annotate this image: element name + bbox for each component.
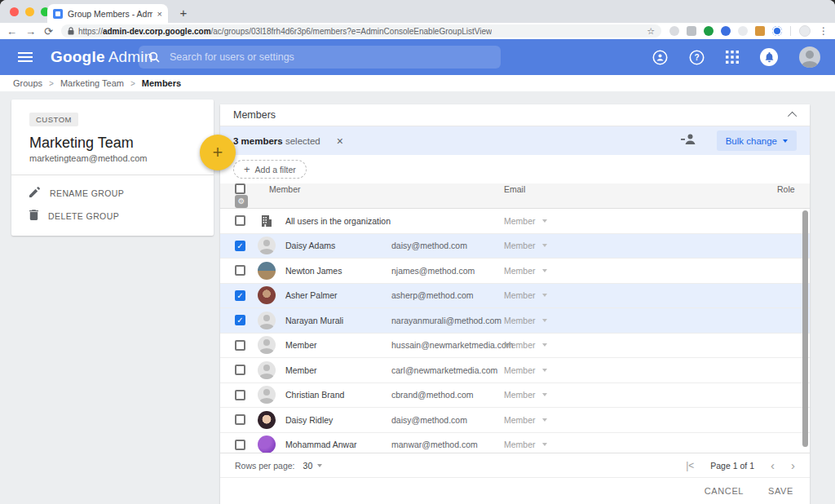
member-avatar: [258, 411, 276, 429]
members-panel-header: Members: [220, 104, 810, 126]
role-dropdown[interactable]: Member: [504, 390, 777, 400]
add-filter-chip[interactable]: + Add a filter: [233, 160, 307, 179]
member-name: Narayan Murali: [285, 316, 391, 325]
row-checkbox[interactable]: ✓: [235, 241, 245, 251]
action-label: DELETE GROUP: [48, 211, 119, 221]
support-icon[interactable]: [652, 50, 668, 65]
member-email: njames@method.com: [391, 266, 504, 276]
row-checkbox[interactable]: [235, 390, 245, 400]
breadcrumb-groups[interactable]: Groups: [13, 78, 42, 88]
delete-group-button[interactable]: DELETE GROUP: [11, 205, 214, 228]
row-checkbox[interactable]: [235, 265, 245, 276]
role-dropdown[interactable]: Member: [504, 266, 777, 276]
group-type-badge: CUSTOM: [29, 113, 78, 126]
next-page-icon[interactable]: ›: [791, 458, 795, 472]
account-avatar[interactable]: [799, 46, 820, 68]
table-row[interactable]: Member carl@newmarketmedia.com Member: [220, 358, 810, 383]
table-row[interactable]: Christian Brand cbrand@method.com Member: [220, 383, 810, 409]
group-actions: RENAME GROUPDELETE GROUP: [11, 182, 214, 236]
minimize-window-button[interactable]: [25, 7, 34, 16]
column-email: Email: [504, 184, 777, 194]
remove-member-icon[interactable]: [681, 134, 696, 148]
chevron-down-icon: [542, 393, 547, 396]
chevron-down-icon: [317, 464, 322, 467]
table-scrollbar[interactable]: [802, 210, 808, 447]
role-dropdown[interactable]: Member: [504, 216, 777, 226]
new-tab-button[interactable]: +: [175, 4, 192, 22]
add-member-fab[interactable]: +: [200, 135, 236, 170]
rename-group-button[interactable]: RENAME GROUP: [11, 182, 214, 205]
role-dropdown[interactable]: Member: [504, 365, 777, 375]
close-window-button[interactable]: [10, 7, 19, 16]
role-dropdown[interactable]: Member: [504, 290, 777, 300]
table-row[interactable]: All users in the organization Member: [220, 209, 810, 234]
cloud-extension-icon[interactable]: [669, 26, 679, 36]
bulk-change-button[interactable]: Bulk change: [717, 130, 797, 151]
help-icon[interactable]: ?: [689, 50, 705, 65]
google-admin-logo[interactable]: GoogleAdmin: [51, 48, 153, 66]
adblock-green-extension-icon[interactable]: [704, 26, 714, 36]
row-checkbox[interactable]: [235, 215, 245, 226]
breadcrumb-separator: >: [130, 79, 135, 88]
tab-strip: Group Members - Admin Conso × +: [0, 0, 835, 23]
column-settings-icon[interactable]: ⚙: [235, 195, 248, 208]
table-row[interactable]: Newton James njames@method.com Member: [220, 259, 810, 284]
tab-close-icon[interactable]: ×: [157, 9, 162, 19]
row-checkbox[interactable]: [235, 414, 245, 425]
select-all-checkbox[interactable]: [235, 183, 245, 194]
first-page-icon[interactable]: |<: [686, 460, 694, 471]
member-name: Member: [285, 365, 391, 375]
table-row[interactable]: ✓ Asher Palmer asherp@method.com Member: [220, 284, 810, 309]
table-row[interactable]: Mohammad Anwar manwar@method.com Member: [220, 433, 810, 453]
row-checkbox[interactable]: [235, 440, 245, 450]
row-checkbox[interactable]: [235, 340, 245, 351]
member-email: daisy@method.com: [391, 241, 504, 250]
breadcrumb-marketing-team[interactable]: Marketing Team: [60, 78, 124, 88]
browser-profile-avatar[interactable]: [799, 25, 811, 37]
member-email: narayanmurali@method.com: [391, 316, 504, 325]
table-row[interactable]: Daisy Ridley daisy@method.com Member: [220, 408, 810, 433]
browser-menu-icon[interactable]: ⋮: [819, 25, 828, 37]
role-dropdown[interactable]: Member: [504, 415, 777, 425]
member-avatar: [258, 262, 276, 280]
table-row[interactable]: Member hussain@newmarketmedia.com Member: [220, 334, 810, 359]
address-bar[interactable]: https://admin-dev.corp.google.com/ac/gro…: [61, 24, 661, 38]
role-dropdown[interactable]: Member: [504, 241, 777, 250]
bookmarks-book-extension-icon[interactable]: [755, 26, 765, 36]
bookmark-star-icon[interactable]: ☆: [647, 26, 655, 37]
row-checkbox[interactable]: ✓: [235, 315, 245, 325]
menu-hamburger-icon[interactable]: [18, 52, 33, 62]
window-controls: [10, 7, 50, 16]
role-dropdown[interactable]: Member: [504, 340, 777, 350]
role-dropdown[interactable]: Member: [504, 316, 777, 325]
member-avatar: [258, 237, 276, 254]
role-value: Member: [504, 390, 536, 400]
previous-page-icon[interactable]: ‹: [771, 458, 775, 472]
cancel-button[interactable]: CANCEL: [705, 486, 744, 496]
forward-icon[interactable]: →: [25, 26, 36, 37]
reload-icon[interactable]: ⟳: [44, 26, 53, 37]
collapse-chevron-icon[interactable]: [788, 112, 797, 121]
notifications-bell-icon[interactable]: [760, 48, 778, 66]
rows-per-page-select[interactable]: 30: [303, 461, 323, 471]
row-checkbox[interactable]: [235, 365, 245, 375]
clear-selection-icon[interactable]: ×: [337, 135, 343, 148]
browser-tab[interactable]: Group Members - Admin Conso ×: [47, 4, 168, 23]
table-row[interactable]: ✓ Narayan Murali narayanmurali@method.co…: [220, 308, 810, 334]
back-icon[interactable]: ←: [7, 26, 17, 37]
trash-icon: [29, 209, 38, 223]
table-row[interactable]: ✓ Daisy Adams daisy@method.com Member: [220, 234, 810, 259]
apps-grid-icon[interactable]: [726, 51, 739, 64]
row-checkbox[interactable]: ✓: [235, 290, 245, 301]
camera-extension-icon[interactable]: [687, 26, 696, 36]
translate-blue-extension-icon[interactable]: [772, 26, 782, 36]
role-value: Member: [504, 290, 536, 300]
organization-icon: [258, 212, 276, 230]
chevron-down-icon: [542, 319, 547, 322]
save-button[interactable]: SAVE: [768, 486, 793, 496]
role-dropdown[interactable]: Member: [504, 440, 777, 449]
inactive-extension-icon[interactable]: [738, 26, 748, 36]
search-input[interactable]: Search for users or settings: [139, 46, 501, 69]
chevron-down-icon: [542, 369, 547, 372]
shield-extension-icon[interactable]: [721, 26, 731, 36]
